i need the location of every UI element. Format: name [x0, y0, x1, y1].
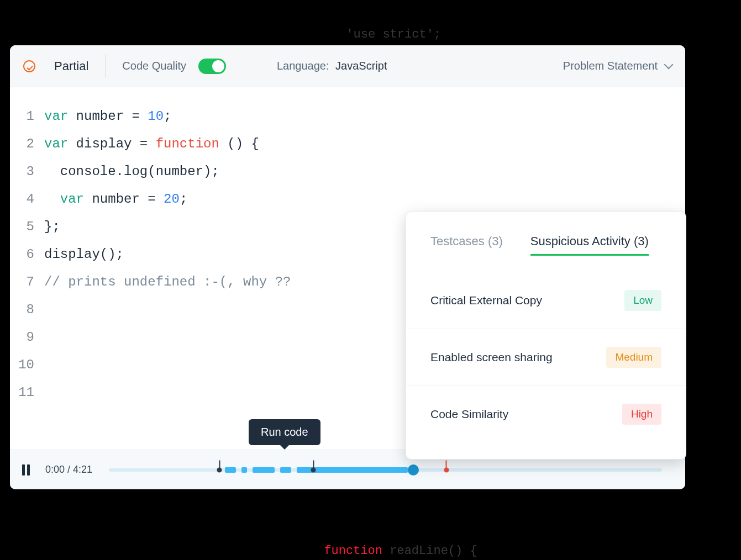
- code-line: 4 var number = 20;: [10, 186, 685, 213]
- code-content: var number = 20;: [44, 186, 187, 213]
- code-content: console.log(number);: [44, 158, 219, 186]
- problem-statement-dropdown[interactable]: Problem Statement: [563, 60, 672, 72]
- line-number: 4: [10, 186, 44, 213]
- background-code-bottom: function readLine() {: [309, 530, 477, 558]
- activity-row[interactable]: Enabled screen sharingMedium: [406, 329, 686, 385]
- line-number: 2: [10, 130, 44, 158]
- run-code-tooltip: Run code: [249, 419, 320, 445]
- problem-statement-label: Problem Statement: [563, 60, 658, 72]
- line-number: 5: [10, 213, 44, 241]
- partial-status-icon: [23, 60, 35, 72]
- line-number: 9: [10, 324, 44, 351]
- status-text: Partial: [54, 59, 88, 73]
- severity-badge: High: [622, 404, 661, 425]
- popover-tabs: Testcases (3) Suspicious Activity (3): [406, 234, 686, 267]
- language-label: Language:: [277, 60, 329, 72]
- line-number: 3: [10, 158, 44, 186]
- line-number: 8: [10, 296, 44, 324]
- code-content: var display = function () {: [44, 130, 259, 158]
- playback-time: 0:00 / 4:21: [45, 464, 92, 476]
- timeline-marker-alert[interactable]: [444, 467, 449, 472]
- activity-popover: Testcases (3) Suspicious Activity (3) Cr…: [406, 212, 686, 459]
- toolbar: Partial Code Quality Language: JavaScrip…: [10, 45, 685, 87]
- activity-row[interactable]: Code SimilarityHigh: [406, 385, 686, 442]
- divider: [105, 55, 106, 77]
- code-line: 3 console.log(number);: [10, 158, 685, 186]
- severity-badge: Medium: [606, 347, 661, 368]
- code-line: 2var display = function () {: [10, 130, 685, 158]
- activity-label: Code Similarity: [430, 408, 508, 421]
- code-quality-label: Code Quality: [122, 60, 186, 72]
- line-number: 10: [10, 351, 44, 379]
- code-content: };: [44, 213, 60, 241]
- code-content: display();: [44, 241, 124, 268]
- activity-label: Critical External Copy: [430, 294, 542, 307]
- severity-badge: Low: [624, 290, 661, 311]
- timeline-marker[interactable]: [217, 467, 222, 472]
- code-content: // prints undefined :-(, why ??: [44, 268, 291, 296]
- pause-icon[interactable]: [22, 464, 30, 476]
- language-display: Language: JavaScript: [277, 60, 387, 72]
- playhead[interactable]: [408, 464, 419, 476]
- code-quality-toggle[interactable]: [198, 59, 226, 74]
- timeline-marker[interactable]: [311, 467, 316, 472]
- line-number: 1: [10, 103, 44, 130]
- chevron-down-icon: [664, 60, 674, 69]
- playback-track[interactable]: [109, 463, 662, 477]
- activity-row[interactable]: Critical External CopyLow: [406, 272, 686, 329]
- activity-label: Enabled screen sharing: [430, 351, 553, 364]
- language-value: JavaScript: [335, 60, 387, 72]
- tab-testcases[interactable]: Testcases (3): [430, 234, 503, 256]
- line-number: 6: [10, 241, 44, 268]
- line-number: 7: [10, 268, 44, 296]
- code-line: 1var number = 10;: [10, 103, 685, 130]
- tab-suspicious-activity[interactable]: Suspicious Activity (3): [530, 234, 649, 256]
- code-content: var number = 10;: [44, 103, 171, 130]
- line-number: 11: [10, 379, 44, 406]
